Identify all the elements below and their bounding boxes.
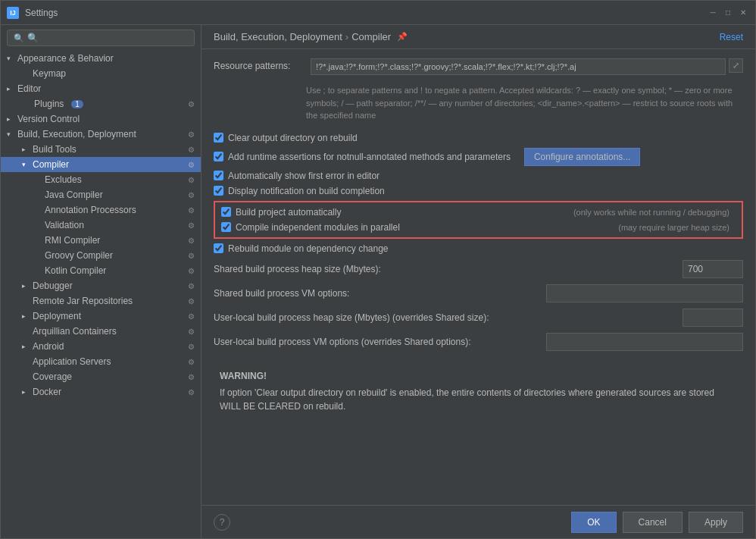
heap-size-input[interactable] bbox=[683, 260, 743, 278]
plugins-badge: 1 bbox=[71, 100, 83, 108]
user-heap-size-label: User-local build process heap size (Mbyt… bbox=[214, 312, 676, 323]
sidebar-item-plugins[interactable]: Plugins 1 ⚙ bbox=[1, 96, 201, 111]
coverage-settings-icon: ⚙ bbox=[188, 373, 195, 381]
sidebar-item-docker[interactable]: ▸ Docker ⚙ bbox=[1, 384, 201, 400]
compile-parallel-row: Compile independent modules in parallel … bbox=[221, 222, 736, 233]
main-header: Build, Execution, Deployment › Compiler … bbox=[201, 25, 755, 49]
warning-title: WARNING! bbox=[220, 369, 737, 383]
footer-right: OK Cancel Apply bbox=[571, 512, 743, 533]
window-controls: ─ □ ✕ bbox=[707, 7, 749, 19]
main-panel: Build, Execution, Deployment › Compiler … bbox=[201, 25, 755, 538]
add-runtime-row: Add runtime assertions for notnull-annot… bbox=[214, 148, 743, 166]
sidebar-item-remote-jar-repositories[interactable]: Remote Jar Repositories ⚙ bbox=[1, 293, 201, 309]
sidebar-item-rmi-compiler[interactable]: RMI Compiler ⚙ bbox=[1, 233, 201, 248]
user-vm-options-row: User-local build process VM options (ove… bbox=[214, 333, 743, 351]
expand-resource-button[interactable]: ⤢ bbox=[729, 58, 743, 73]
sidebar-item-appearance-behavior[interactable]: ▾ Appearance & Behavior bbox=[1, 51, 201, 66]
user-heap-size-row: User-local build process heap size (Mbyt… bbox=[214, 309, 743, 327]
sidebar-item-excludes[interactable]: Excludes ⚙ bbox=[1, 172, 201, 187]
compile-parallel-note: (may require larger heap size) bbox=[618, 223, 736, 232]
compile-parallel-checkbox[interactable] bbox=[221, 222, 231, 232]
compile-parallel-label: Compile independent modules in parallel bbox=[236, 222, 400, 233]
build-tools-settings-icon: ⚙ bbox=[188, 146, 195, 154]
display-notification-label: Display notification on build completion bbox=[228, 186, 385, 196]
clear-output-checkbox[interactable] bbox=[214, 133, 223, 143]
docker-settings-icon: ⚙ bbox=[188, 388, 195, 396]
sidebar-item-annotation-processors[interactable]: Annotation Processors ⚙ bbox=[1, 202, 201, 218]
sidebar-item-groovy-compiler[interactable]: Groovy Compiler ⚙ bbox=[1, 248, 201, 263]
build-auto-checkbox[interactable] bbox=[221, 207, 231, 217]
sidebar-item-build-tools[interactable]: ▸ Build Tools ⚙ bbox=[1, 142, 201, 157]
build-settings-icon: ⚙ bbox=[188, 130, 195, 139]
sidebar-item-application-servers[interactable]: Application Servers ⚙ bbox=[1, 354, 201, 369]
sidebar-item-deployment[interactable]: ▸ Deployment ⚙ bbox=[1, 309, 201, 324]
sidebar-item-android[interactable]: ▸ Android ⚙ bbox=[1, 339, 201, 354]
auto-show-error-checkbox[interactable] bbox=[214, 171, 223, 180]
rmi-settings-icon: ⚙ bbox=[188, 237, 195, 245]
groovy-settings-icon: ⚙ bbox=[188, 252, 195, 260]
cancel-button[interactable]: Cancel bbox=[623, 512, 683, 533]
sidebar-item-editor[interactable]: ▸ Editor bbox=[1, 81, 201, 96]
sidebar-item-keymap[interactable]: Keymap bbox=[1, 66, 201, 81]
java-compiler-settings-icon: ⚙ bbox=[188, 191, 195, 199]
expand-arrow: ▸ bbox=[7, 85, 14, 92]
sidebar-item-java-compiler[interactable]: Java Compiler ⚙ bbox=[1, 187, 201, 202]
compiler-settings-icon: ⚙ bbox=[188, 161, 195, 169]
ok-button[interactable]: OK bbox=[571, 512, 616, 533]
configure-annotations-button[interactable]: Configure annotations... bbox=[524, 148, 640, 166]
sidebar: 🔍 ▾ Appearance & Behavior Keymap ▸ Edito… bbox=[1, 25, 201, 538]
sidebar-item-coverage[interactable]: Coverage ⚙ bbox=[1, 369, 201, 384]
breadcrumb-separator: › bbox=[345, 31, 348, 42]
expand-arrow: ▾ bbox=[7, 130, 14, 138]
user-heap-size-input[interactable] bbox=[683, 309, 743, 327]
sidebar-item-validation[interactable]: Validation ⚙ bbox=[1, 218, 201, 233]
settings-content: Resource patterns: ⤢ Use ; to separate p… bbox=[201, 49, 755, 505]
resource-patterns-input[interactable] bbox=[311, 58, 726, 75]
build-auto-note: (only works while not running / debuggin… bbox=[573, 208, 736, 217]
remote-jar-settings-icon: ⚙ bbox=[188, 297, 195, 306]
sidebar-item-kotlin-compiler[interactable]: Kotlin Compiler ⚙ bbox=[1, 263, 201, 278]
sidebar-item-build-execution-deployment[interactable]: ▾ Build, Execution, Deployment ⚙ bbox=[1, 127, 201, 142]
heap-size-row: Shared build process heap size (Mbytes): bbox=[214, 260, 743, 278]
footer-left: ? bbox=[214, 514, 230, 531]
search-box[interactable]: 🔍 bbox=[7, 30, 195, 46]
user-vm-options-input[interactable] bbox=[546, 333, 743, 351]
expand-arrow: ▸ bbox=[22, 343, 30, 350]
expand-arrow: ▸ bbox=[22, 312, 30, 320]
expand-arrow: ▸ bbox=[7, 115, 14, 123]
search-input[interactable] bbox=[27, 33, 188, 43]
auto-show-error-label: Automatically show first error in editor bbox=[228, 171, 380, 181]
auto-show-error-row: Automatically show first error in editor bbox=[214, 171, 743, 181]
rebuild-module-label: Rebuild module on dependency change bbox=[228, 243, 389, 254]
close-button[interactable]: ✕ bbox=[737, 7, 749, 19]
highlighted-options-box: Build project automatically (only works … bbox=[214, 201, 743, 239]
vm-options-input[interactable] bbox=[546, 284, 743, 302]
display-notification-checkbox[interactable] bbox=[214, 186, 223, 196]
add-runtime-label: Add runtime assertions for notnull-annot… bbox=[228, 152, 511, 162]
annotation-settings-icon: ⚙ bbox=[188, 206, 195, 215]
apply-button[interactable]: Apply bbox=[689, 512, 743, 533]
main-content-area: 🔍 ▾ Appearance & Behavior Keymap ▸ Edito… bbox=[1, 25, 755, 538]
user-vm-options-label: User-local build process VM options (ove… bbox=[214, 337, 540, 347]
sidebar-item-debugger[interactable]: ▸ Debugger ⚙ bbox=[1, 278, 201, 293]
resource-patterns-row: Resource patterns: ⤢ bbox=[214, 58, 743, 75]
sidebar-item-arquillian-containers[interactable]: Arquillian Containers ⚙ bbox=[1, 324, 201, 339]
sidebar-item-compiler[interactable]: ▾ Compiler ⚙ bbox=[1, 157, 201, 172]
reset-button[interactable]: Reset bbox=[720, 32, 743, 42]
titlebar: IJ Settings ─ □ ✕ bbox=[1, 1, 755, 25]
debugger-settings-icon: ⚙ bbox=[188, 282, 195, 290]
maximize-button[interactable]: □ bbox=[722, 7, 734, 19]
help-button[interactable]: ? bbox=[214, 514, 230, 531]
search-icon: 🔍 bbox=[14, 33, 24, 43]
clear-output-row: Clear output directory on rebuild bbox=[214, 133, 743, 143]
breadcrumb: Build, Execution, Deployment › Compiler … bbox=[214, 31, 408, 42]
excludes-settings-icon: ⚙ bbox=[188, 176, 195, 184]
rebuild-module-checkbox[interactable] bbox=[214, 243, 223, 253]
kotlin-settings-icon: ⚙ bbox=[188, 267, 195, 275]
pin-icon: 📌 bbox=[397, 32, 408, 42]
vm-options-label: Shared build process VM options: bbox=[214, 288, 540, 299]
add-runtime-checkbox[interactable] bbox=[214, 152, 223, 161]
sidebar-item-version-control[interactable]: ▸ Version Control bbox=[1, 111, 201, 127]
display-notification-row: Display notification on build completion bbox=[214, 186, 743, 196]
minimize-button[interactable]: ─ bbox=[707, 7, 719, 19]
